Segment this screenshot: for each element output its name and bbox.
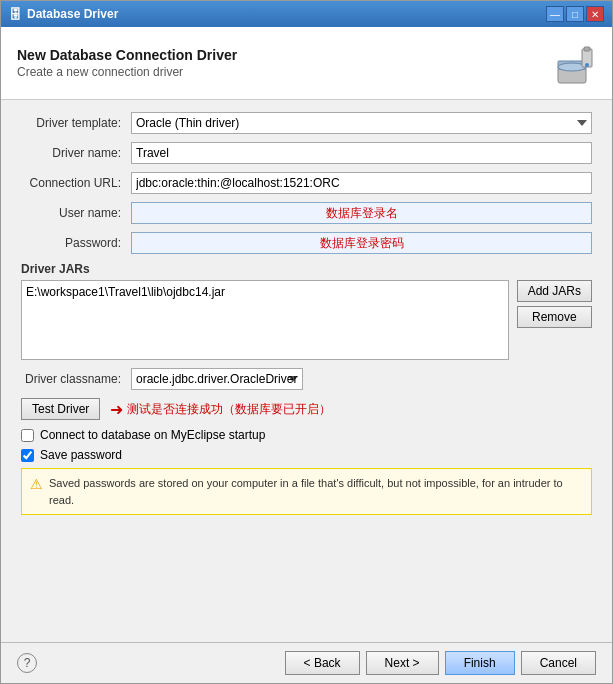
- driver-template-label: Driver template:: [21, 116, 131, 130]
- back-button[interactable]: < Back: [285, 651, 360, 675]
- password-label: Password:: [21, 236, 131, 250]
- driver-template-select[interactable]: Oracle (Thin driver): [131, 112, 592, 134]
- driver-name-input[interactable]: [131, 142, 592, 164]
- password-input[interactable]: [131, 232, 592, 254]
- driver-classname-select[interactable]: oracle.jdbc.driver.OracleDriver: [131, 368, 303, 390]
- remove-button[interactable]: Remove: [517, 306, 592, 328]
- arrow-text: ➜ 测试是否连接成功（数据库要已开启）: [110, 400, 331, 419]
- password-row: Password:: [21, 232, 592, 254]
- driver-template-control: Oracle (Thin driver): [131, 112, 592, 134]
- warning-icon: ⚠: [30, 476, 43, 492]
- cancel-button[interactable]: Cancel: [521, 651, 596, 675]
- dialog-window: 🗄 Database Driver — □ ✕ New Database Con…: [0, 0, 613, 684]
- driver-name-row: Driver name:: [21, 142, 592, 164]
- minimize-button[interactable]: —: [546, 6, 564, 22]
- driver-classname-row: Driver classname: oracle.jdbc.driver.Ora…: [21, 368, 592, 390]
- footer-left: ?: [17, 653, 37, 673]
- user-name-label: User name:: [21, 206, 131, 220]
- connect-startup-checkbox[interactable]: [21, 429, 34, 442]
- driver-name-label: Driver name:: [21, 146, 131, 160]
- add-jars-button[interactable]: Add JARs: [517, 280, 592, 302]
- connection-url-input[interactable]: [131, 172, 592, 194]
- jars-buttons: Add JARs Remove: [517, 280, 592, 360]
- jars-list[interactable]: E:\workspace1\Travel1\lib\ojdbc14.jar: [21, 280, 509, 360]
- close-button[interactable]: ✕: [586, 6, 604, 22]
- connection-url-control: [131, 172, 592, 194]
- driver-classname-label: Driver classname:: [21, 372, 131, 386]
- header-title: New Database Connection Driver: [17, 47, 237, 63]
- user-name-row: User name:: [21, 202, 592, 224]
- driver-name-control: [131, 142, 592, 164]
- connection-url-label: Connection URL:: [21, 176, 131, 190]
- jars-area: E:\workspace1\Travel1\lib\ojdbc14.jar Ad…: [21, 280, 592, 360]
- title-controls: — □ ✕: [546, 6, 604, 22]
- connect-startup-label[interactable]: Connect to database on MyEclipse startup: [40, 428, 265, 442]
- save-password-checkbox[interactable]: [21, 449, 34, 462]
- title-icon: 🗄: [9, 7, 22, 22]
- connection-url-row: Connection URL:: [21, 172, 592, 194]
- save-password-row: Save password: [21, 448, 592, 462]
- header-text: New Database Connection Driver Create a …: [17, 47, 237, 79]
- password-control: [131, 232, 592, 254]
- user-name-input[interactable]: [131, 202, 592, 224]
- form-area: Driver template: Oracle (Thin driver) Dr…: [1, 100, 612, 642]
- driver-template-row: Driver template: Oracle (Thin driver): [21, 112, 592, 134]
- test-driver-button[interactable]: Test Driver: [21, 398, 100, 420]
- next-button[interactable]: Next >: [366, 651, 439, 675]
- user-name-control: [131, 202, 592, 224]
- driver-classname-control: oracle.jdbc.driver.OracleDriver: [131, 368, 592, 390]
- footer-buttons: < Back Next > Finish Cancel: [285, 651, 596, 675]
- finish-button[interactable]: Finish: [445, 651, 515, 675]
- dialog-header: New Database Connection Driver Create a …: [1, 27, 612, 100]
- help-button[interactable]: ?: [17, 653, 37, 673]
- header-subtitle: Create a new connection driver: [17, 65, 237, 79]
- warning-text: Saved passwords are stored on your compu…: [49, 475, 583, 508]
- driver-jars-label: Driver JARs: [21, 262, 592, 276]
- test-driver-row: Test Driver ➜ 测试是否连接成功（数据库要已开启）: [21, 398, 592, 420]
- connect-startup-row: Connect to database on MyEclipse startup: [21, 428, 592, 442]
- title-bar: 🗄 Database Driver — □ ✕: [1, 1, 612, 27]
- title-bar-left: 🗄 Database Driver: [9, 7, 118, 22]
- header-icon: [548, 39, 596, 87]
- save-password-label[interactable]: Save password: [40, 448, 122, 462]
- arrow-icon: ➜: [110, 400, 123, 419]
- jar-entry: E:\workspace1\Travel1\lib\ojdbc14.jar: [26, 285, 504, 299]
- test-driver-note: 测试是否连接成功（数据库要已开启）: [127, 401, 331, 418]
- svg-point-5: [585, 63, 589, 67]
- dialog-footer: ? < Back Next > Finish Cancel: [1, 642, 612, 683]
- svg-rect-4: [584, 47, 590, 51]
- window-title: Database Driver: [27, 7, 118, 21]
- maximize-button[interactable]: □: [566, 6, 584, 22]
- warning-box: ⚠ Saved passwords are stored on your com…: [21, 468, 592, 515]
